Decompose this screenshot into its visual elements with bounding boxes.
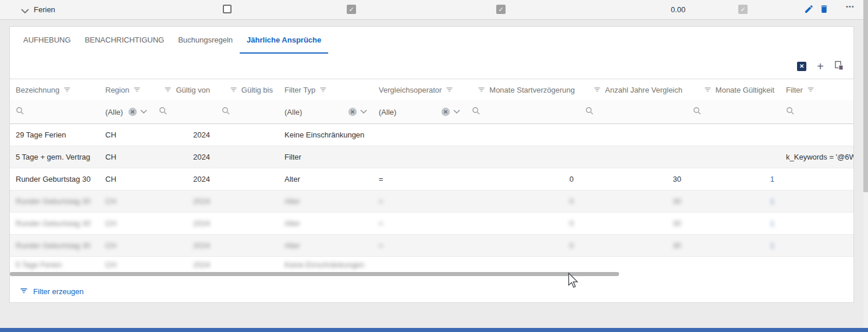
filter-icon[interactable] — [230, 86, 237, 94]
create-filter-label: Filter erzeugen — [33, 287, 84, 296]
tab-jaehrliche-ansprueche[interactable]: Jährliche Ansprüche — [240, 27, 328, 54]
table-row-redacted[interactable]: Runder Geburtstag 30 CH 2024 Alter = 0 3… — [10, 213, 853, 235]
column-label: Gültig von — [176, 86, 210, 94]
add-icon: + — [817, 62, 824, 71]
grid-toolbar: ✕ + — [10, 54, 853, 79]
tab-aufhebung[interactable]: AUFHEBUNG — [16, 27, 78, 54]
cell-text: 2024 — [193, 260, 210, 269]
cell-text: CH — [105, 175, 116, 183]
cell-text: CH — [105, 260, 116, 269]
filter-icon[interactable] — [319, 86, 327, 94]
filter-icon[interactable] — [164, 86, 172, 94]
checkbox-unchecked[interactable] — [223, 5, 232, 13]
copy-icon — [834, 61, 844, 72]
filter-cell-region[interactable]: (Alle) — [99, 100, 153, 123]
chevron-down-icon[interactable] — [140, 110, 147, 114]
cell-text: Alter — [284, 241, 300, 250]
cell-text: 30 — [673, 197, 681, 206]
cell-text: = — [379, 219, 383, 228]
clear-filter-button[interactable] — [441, 107, 450, 116]
column-label: Bezeichnung — [16, 86, 59, 94]
filter-icon[interactable] — [704, 86, 712, 94]
create-filter-icon — [20, 287, 28, 296]
table-row[interactable]: 5 Tage + gem. Vertrag CH 2024 Filter k_K… — [10, 146, 853, 168]
export-excel-button[interactable]: ✕ — [797, 62, 806, 71]
cell-text: CH — [105, 153, 116, 161]
clear-filter-button[interactable] — [128, 107, 137, 116]
column-header-monate-startverzoegerung[interactable]: Monate Startverzögerung — [466, 79, 579, 100]
column-header-monate-gueltigkeit[interactable]: Monate Gültigkeit — [687, 79, 780, 100]
filter-icon[interactable] — [446, 86, 453, 94]
table-row-redacted[interactable]: 5 Tage Ferien CH 2024 Keine Einschränkun… — [10, 257, 853, 272]
cell-text: 2024 — [193, 130, 210, 139]
more-options-button[interactable]: ••• — [842, 2, 858, 10]
cell-text: CH — [105, 241, 116, 250]
chevron-down-icon[interactable] — [21, 7, 29, 16]
copy-button[interactable] — [834, 61, 844, 72]
column-header-gueltig-von[interactable]: Gültig von — [153, 79, 216, 100]
search-icon — [472, 107, 481, 117]
grid-header-row: Bezeichnung Region Gültig von Gültig bis… — [10, 79, 853, 100]
column-header-anzahl-jahre-vergleich[interactable]: Anzahl Jahre Vergleich — [579, 79, 687, 100]
cell-text: 1 — [770, 241, 774, 250]
filter-icon[interactable] — [478, 86, 485, 94]
page: Ferien ✓ ✓ 0.00 ✓ ••• AUFHEBUNG BENACHRI… — [0, 0, 868, 332]
delete-button[interactable] — [819, 4, 829, 16]
filter-icon[interactable] — [807, 86, 814, 94]
column-header-region[interactable]: Region — [99, 79, 153, 100]
search-icon — [585, 107, 594, 117]
table-row[interactable]: 29 Tage Ferien CH 2024 Keine Einschränku… — [10, 124, 853, 146]
table-row-redacted[interactable]: Runder Geburtstag 30 CH 2024 Alter = 0 3… — [10, 190, 853, 213]
column-label: Monate Gültigkeit — [716, 86, 774, 94]
filter-cell-filter-typ[interactable]: (Alle) — [279, 100, 373, 123]
vertical-scrollbar-thumb[interactable] — [863, 0, 868, 192]
checkbox-checked-disabled[interactable]: ✓ — [738, 5, 748, 14]
record-row[interactable]: Ferien ✓ ✓ 0.00 ✓ ••• — [0, 0, 863, 20]
column-header-vergleichsoperator[interactable]: Vergleichsoperator — [373, 79, 466, 100]
filter-cell-monate-startverzoegerung[interactable] — [466, 100, 579, 123]
filter-cell-bezeichnung[interactable] — [10, 100, 99, 123]
cell-text: 2024 — [193, 153, 210, 161]
clear-filter-button[interactable] — [348, 107, 357, 116]
tab-benachrichtigung[interactable]: BENACHRICHTIGUNG — [78, 27, 172, 54]
cell-text: k_Keywords = '@6W F — [786, 153, 853, 161]
cell-text: 30 — [673, 219, 681, 228]
filter-cell-anzahl-jahre-vergleich[interactable] — [579, 100, 687, 123]
filter-cell-gueltig-bis[interactable] — [216, 100, 279, 123]
column-header-filter[interactable]: Filter — [780, 79, 853, 100]
filter-cell-vergleichsoperator[interactable]: (Alle) — [373, 100, 466, 123]
search-icon — [16, 107, 24, 117]
horizontal-scrollbar — [10, 272, 853, 276]
add-row-button[interactable]: + — [817, 62, 824, 71]
cell-text: 2024 — [193, 175, 210, 183]
chevron-down-icon[interactable] — [360, 110, 367, 114]
filter-cell-monate-gueltigkeit[interactable] — [687, 100, 780, 123]
search-icon — [693, 107, 702, 117]
filter-cell-filter[interactable] — [780, 100, 853, 123]
create-filter-link[interactable]: Filter erzeugen — [10, 276, 853, 296]
checkbox-checked[interactable]: ✓ — [496, 5, 506, 14]
filter-icon[interactable] — [133, 86, 141, 94]
column-header-gueltig-bis[interactable]: Gültig bis — [216, 79, 279, 100]
chevron-down-icon[interactable] — [453, 110, 460, 114]
table-row[interactable]: Runder Geburtstag 30 CH 2024 Alter = 0 3… — [10, 168, 853, 190]
checkbox-checked[interactable]: ✓ — [347, 5, 356, 14]
column-header-bezeichnung[interactable]: Bezeichnung — [10, 79, 99, 100]
tab-buchungsregeln[interactable]: Buchungsregeln — [171, 27, 240, 54]
column-label: Vergleichsoperator — [379, 86, 442, 94]
search-icon — [159, 107, 168, 117]
column-header-filter-typ[interactable]: Filter Typ — [279, 79, 373, 100]
filter-cell-gueltig-von[interactable] — [153, 100, 216, 123]
cell-text: Alter — [284, 219, 300, 228]
horizontal-scrollbar-thumb[interactable] — [10, 272, 619, 276]
filter-icon[interactable] — [63, 86, 71, 94]
column-label: Filter — [786, 86, 803, 94]
edit-button[interactable] — [804, 4, 814, 16]
tab-bar: AUFHEBUNG BENACHRICHTIGUNG Buchungsregel… — [10, 27, 853, 54]
cell-text: CH — [105, 197, 116, 206]
cell-text: = — [379, 241, 383, 250]
cell-text: 0 — [570, 219, 574, 228]
cell-text: CH — [105, 130, 116, 139]
table-row-redacted[interactable]: Runder Geburtstag 30 CH 2024 Alter = 0 3… — [10, 235, 853, 257]
filter-icon[interactable] — [593, 86, 601, 94]
